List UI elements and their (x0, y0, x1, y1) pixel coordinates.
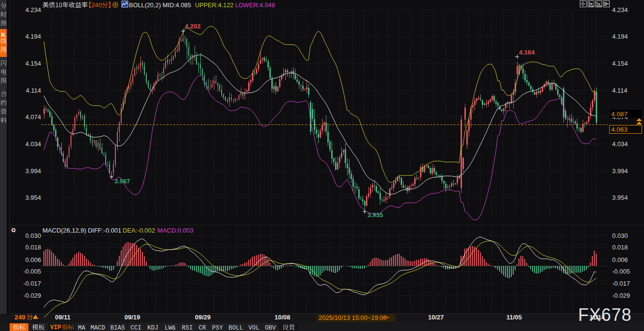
svg-text:3.994: 3.994 (25, 167, 41, 175)
svg-text:4.234: 4.234 (25, 6, 41, 14)
svg-text:MACD: MACD (90, 325, 105, 331)
svg-text:BOLL: BOLL (228, 325, 243, 331)
svg-text:09/19: 09/19 (125, 314, 140, 321)
svg-text:CR: CR (198, 325, 206, 331)
svg-text:FX678: FX678 (578, 305, 631, 325)
svg-text:BOLL(20,2) MID:4.085: BOLL(20,2) MID:4.085 (129, 1, 191, 9)
svg-text:KDJ: KDJ (147, 325, 158, 331)
svg-text:RSI: RSI (182, 325, 193, 331)
svg-text:DEA:-0.002: DEA:-0.002 (123, 227, 155, 234)
svg-text:CCI: CCI (130, 325, 141, 331)
svg-text:240: 240 (91, 1, 102, 9)
svg-text:4.087: 4.087 (611, 110, 628, 118)
svg-text:3.954: 3.954 (612, 194, 628, 201)
svg-text:0.006: 0.006 (25, 256, 41, 263)
svg-text:K: K (1, 31, 6, 38)
svg-text:11/05: 11/05 (506, 314, 522, 321)
svg-text:09/11: 09/11 (55, 314, 70, 321)
svg-text:4.194: 4.194 (25, 33, 41, 40)
svg-text:-0.029: -0.029 (612, 292, 630, 299)
svg-text:PSY: PSY (212, 325, 223, 331)
svg-text:LW&: LW& (165, 325, 176, 331)
svg-text:4.234: 4.234 (612, 6, 628, 14)
svg-text:4.164: 4.164 (519, 49, 535, 56)
svg-text:4.154: 4.154 (612, 60, 628, 67)
svg-text:4.202: 4.202 (185, 23, 201, 30)
svg-text:LOWER:4.048: LOWER:4.048 (235, 1, 275, 9)
svg-text:240: 240 (14, 314, 26, 321)
svg-text:10/08: 10/08 (275, 314, 291, 321)
svg-text:4.114: 4.114 (26, 87, 41, 94)
svg-text:4.194: 4.194 (612, 33, 628, 40)
svg-text:MACD(26,12,9) DIFF:-0.001: MACD(26,12,9) DIFF:-0.001 (42, 227, 121, 234)
svg-text:0.030: 0.030 (612, 232, 628, 239)
svg-text:VIP: VIP (50, 324, 61, 331)
svg-text:10/27: 10/27 (428, 314, 444, 321)
svg-text:4.074: 4.074 (25, 113, 41, 121)
svg-text:MACD:0.003: MACD:0.003 (157, 227, 193, 234)
svg-text:4.034: 4.034 (612, 140, 628, 148)
svg-text:0.006: 0.006 (612, 256, 628, 263)
svg-text:0.018: 0.018 (25, 244, 41, 251)
svg-text:VOL: VOL (249, 325, 260, 331)
svg-text:UPPER:4.122: UPPER:4.122 (195, 1, 234, 9)
svg-text:-0.029: -0.029 (23, 292, 41, 299)
svg-text:2025/10/13 15:00~19:00: 2025/10/13 15:00~19:00 (319, 314, 387, 321)
svg-text:MA: MA (78, 325, 85, 331)
svg-text:-0.017: -0.017 (612, 280, 630, 287)
svg-text:0.018: 0.018 (612, 244, 628, 251)
svg-text:3.987: 3.987 (114, 178, 130, 185)
svg-text:OBV: OBV (265, 325, 276, 331)
svg-text:09/29: 09/29 (195, 314, 211, 321)
svg-text:3.994: 3.994 (612, 167, 628, 175)
svg-text:-0.017: -0.017 (23, 280, 41, 287)
svg-text:3.954: 3.954 (25, 194, 41, 201)
svg-text:4.114: 4.114 (612, 87, 628, 94)
svg-text:4.154: 4.154 (25, 60, 41, 67)
svg-text:-0.005: -0.005 (23, 268, 41, 275)
svg-text:0.030: 0.030 (25, 232, 41, 239)
svg-text:3.935: 3.935 (367, 211, 383, 219)
svg-text:4.063: 4.063 (611, 126, 628, 133)
svg-text:4.034: 4.034 (25, 140, 41, 148)
svg-text:BIAS: BIAS (110, 325, 125, 331)
svg-text:-0.005: -0.005 (612, 268, 630, 275)
